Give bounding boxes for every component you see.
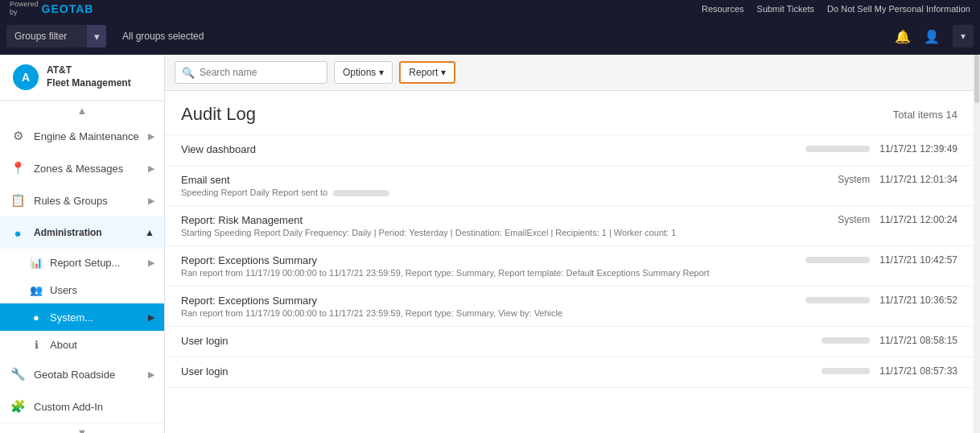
row-title: User login: [181, 365, 821, 377]
sidebar-item-zones[interactable]: 📍 Zones & Messages ▶: [0, 152, 164, 184]
notifications-icon[interactable]: 🔔: [895, 29, 911, 44]
about-icon: ℹ: [29, 337, 43, 352]
zones-icon: 📍: [10, 160, 26, 176]
sidebar-item-engine[interactable]: ⚙ Engine & Maintenance ▶: [0, 120, 164, 152]
row-left: Report: Exceptions Summary Ran report fr…: [181, 254, 805, 278]
report-button[interactable]: Report ▾: [399, 61, 455, 84]
header-right: 🔔 👤 ▾: [895, 25, 974, 47]
sidebar-item-geotab-roadside-label: Geotab Roadside: [34, 369, 140, 381]
sidebar-item-engine-label: Engine & Maintenance: [34, 130, 140, 142]
row-detail: Starting Speeding Report Daily Frequency…: [181, 228, 838, 237]
audit-table: View dashboard 11/17/21 12:39:49 Email s…: [165, 135, 974, 388]
row-system-label: System: [838, 174, 870, 185]
sidebar-sub-item-about-label: About: [50, 339, 154, 351]
users-icon: 👥: [29, 282, 43, 297]
table-row: User login 11/17/21 08:58:15: [165, 327, 974, 357]
scroll-down-btn[interactable]: ▼: [0, 423, 164, 433]
row-system-label: System: [838, 214, 870, 225]
options-arrow-icon: ▾: [379, 67, 384, 78]
search-wrapper: 🔍: [175, 61, 327, 84]
row-title: Report: Exceptions Summary: [181, 254, 805, 266]
submit-tickets-link[interactable]: Submit Tickets: [757, 4, 815, 14]
row-time: 11/17/21 08:57:33: [879, 365, 957, 377]
sidebar-sub-item-report-setup[interactable]: 📊 Report Setup... ▶: [0, 249, 164, 276]
row-left: Report: Risk Management Starting Speedin…: [181, 214, 838, 237]
row-detail: Ran report from 11/17/19 00:00:00 to 11/…: [181, 268, 805, 278]
row-left: User login: [181, 335, 821, 348]
search-input[interactable]: [200, 67, 320, 78]
row-time: 11/17/21 12:00:24: [879, 214, 957, 225]
row-left: User login: [181, 365, 821, 379]
main-layout: A AT&T Fleet Management ▲ ⚙ Engine & Mai…: [0, 55, 980, 433]
row-left: View dashboard: [181, 143, 805, 157]
groups-filter[interactable]: Groups filter ▾: [6, 25, 106, 47]
table-row: Email sent Speeding Report Daily Report …: [165, 166, 974, 206]
scrollbar[interactable]: [974, 55, 980, 433]
options-label: Options: [343, 67, 376, 78]
report-setup-icon: 📊: [29, 255, 43, 270]
row-user-bar: [805, 146, 870, 152]
groups-filter-dropdown-btn[interactable]: ▾: [87, 25, 106, 47]
engine-icon: ⚙: [10, 128, 26, 144]
sidebar-item-geotab-roadside[interactable]: 🔧 Geotab Roadside ▶: [0, 358, 164, 390]
row-left: Report: Exceptions Summary Ran report fr…: [181, 295, 805, 318]
sidebar-sub-item-report-setup-label: Report Setup...: [50, 257, 142, 269]
administration-collapse-icon: ▲: [145, 227, 154, 238]
page-title: Audit Log: [181, 104, 256, 125]
row-user-bar: [805, 257, 870, 263]
sidebar-sub-item-about[interactable]: ℹ About: [0, 331, 164, 358]
row-right: System 11/17/21 12:00:24: [838, 214, 957, 225]
scroll-up-btn[interactable]: ▲: [0, 101, 164, 120]
scrollbar-thumb[interactable]: [974, 55, 979, 103]
sidebar-brand: A AT&T Fleet Management: [0, 55, 164, 101]
row-title: Report: Exceptions Summary: [181, 295, 805, 307]
sidebar-item-custom-add-in[interactable]: 🧩 Custom Add-In: [0, 390, 164, 423]
top-links: Resources Submit Tickets Do Not Sell My …: [702, 4, 970, 14]
row-time: 11/17/21 12:39:49: [879, 143, 957, 155]
user-profile-icon[interactable]: 👤: [924, 29, 940, 44]
geotab-roadside-icon: 🔧: [10, 366, 26, 382]
sidebar-item-zones-label: Zones & Messages: [34, 163, 140, 175]
content-area: 🔍 Options ▾ Report ▾ Audit Log Total ite…: [165, 55, 974, 433]
sidebar-item-rules[interactable]: 📋 Rules & Groups ▶: [0, 184, 164, 216]
search-icon: 🔍: [182, 67, 195, 79]
custom-add-in-icon: 🧩: [10, 398, 26, 414]
logo-area: Powered by GEOTAB: [10, 1, 93, 17]
system-icon: ●: [29, 310, 43, 324]
user-dropdown-arrow: ▾: [961, 31, 966, 42]
header-bar: Groups filter ▾ All groups selected 🔔 👤 …: [0, 18, 980, 55]
row-user-bar: [805, 297, 870, 303]
rules-icon: 📋: [10, 192, 26, 208]
resources-link[interactable]: Resources: [702, 4, 744, 14]
brand-icon: A: [13, 64, 39, 90]
row-title: Email sent: [181, 174, 838, 186]
sidebar-item-administration[interactable]: ● Administration ▲: [0, 216, 164, 249]
row-right: System 11/17/21 12:01:34: [838, 174, 957, 185]
row-right: 11/17/21 10:42:57: [805, 254, 957, 266]
sidebar-item-rules-label: Rules & Groups: [34, 195, 140, 207]
rules-expand-icon: ▶: [148, 196, 154, 206]
sidebar-sub-item-system-label: System...: [50, 311, 142, 324]
sidebar-nav: ⚙ Engine & Maintenance ▶ 📍 Zones & Messa…: [0, 120, 164, 423]
row-right: 11/17/21 08:58:15: [821, 335, 957, 346]
row-left: Email sent Speeding Report Daily Report …: [181, 174, 838, 197]
row-title: View dashboard: [181, 143, 805, 155]
do-not-sell-link[interactable]: Do Not Sell My Personal Information: [827, 4, 970, 14]
row-title: Report: Risk Management: [181, 214, 838, 226]
brand-name: AT&T Fleet Management: [47, 64, 131, 89]
report-setup-arrow-icon: ▶: [148, 258, 154, 268]
row-time: 11/17/21 10:42:57: [879, 254, 957, 266]
row-time: 11/17/21 08:58:15: [879, 335, 957, 346]
sidebar-item-custom-add-in-label: Custom Add-In: [34, 401, 154, 413]
sidebar-sub-item-users[interactable]: 👥 Users: [0, 276, 164, 303]
content-header: Audit Log Total items 14: [165, 91, 974, 135]
groups-filter-label: Groups filter: [6, 31, 87, 42]
content-toolbar: 🔍 Options ▾ Report ▾: [165, 55, 974, 91]
zones-expand-icon: ▶: [148, 163, 154, 174]
row-user-bar: [821, 368, 870, 374]
user-dropdown[interactable]: ▾: [953, 25, 974, 47]
options-button[interactable]: Options ▾: [334, 61, 393, 84]
table-row: Report: Risk Management Starting Speedin…: [165, 206, 974, 246]
powered-by-text: Powered by: [10, 1, 39, 17]
sidebar-sub-item-system[interactable]: ● System... ▶: [0, 303, 164, 331]
